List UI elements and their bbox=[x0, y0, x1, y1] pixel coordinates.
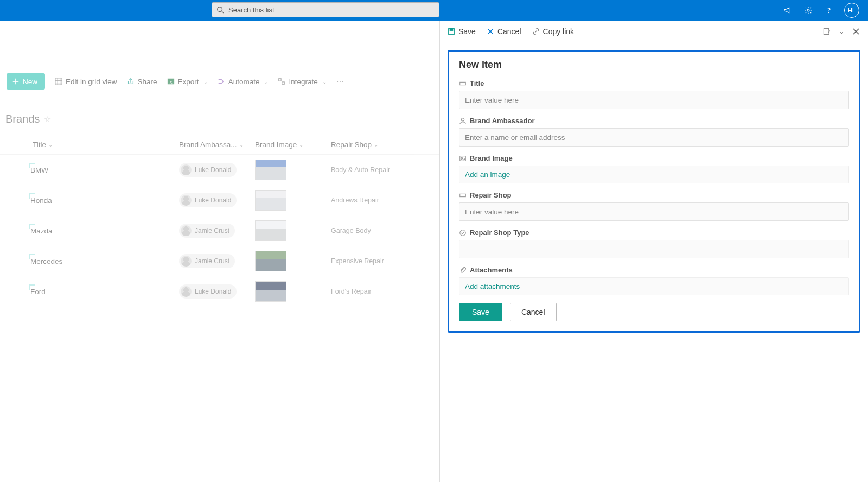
svg-rect-13 bbox=[279, 79, 281, 81]
form-buttons: Save Cancel bbox=[459, 303, 849, 321]
svg-point-2 bbox=[807, 9, 809, 11]
table-row[interactable]: Mercedes Jamie Crust Expensive Repair bbox=[0, 246, 439, 276]
new-button-label: New bbox=[23, 78, 37, 86]
svg-rect-6 bbox=[55, 78, 62, 85]
search-box[interactable]: Search this list bbox=[212, 2, 439, 17]
edit-grid-label: Edit in grid view bbox=[66, 78, 117, 86]
column-headers: Title ⌄ Brand Ambassa... ⌄ Brand Image ⌄… bbox=[0, 125, 439, 155]
export-button[interactable]: X Export ⌄ bbox=[167, 78, 208, 86]
person-chip[interactable]: Luke Donald bbox=[179, 284, 237, 299]
close-icon bbox=[487, 28, 494, 35]
column-header-image[interactable]: Brand Image ⌄ bbox=[255, 141, 331, 149]
close-panel-icon[interactable] bbox=[852, 27, 860, 36]
svg-rect-26 bbox=[460, 194, 466, 196]
cell-ambassador: Luke Donald bbox=[179, 193, 255, 208]
field-attachments: Attachments Add attachments bbox=[459, 266, 849, 295]
field-attachments-label: Attachments bbox=[470, 266, 513, 274]
text-field-icon bbox=[459, 80, 467, 87]
repair-shop-type-select[interactable]: — bbox=[459, 240, 849, 258]
field-ambassador: Brand Ambassador bbox=[459, 117, 849, 147]
field-shop-type-label: Repair Shop Type bbox=[470, 229, 529, 237]
cell-title: Mazda bbox=[30, 227, 179, 235]
share-label: Share bbox=[138, 78, 157, 86]
integrate-button[interactable]: Integrate ⌄ bbox=[278, 78, 326, 86]
cell-shop: Andrews Repair bbox=[331, 196, 439, 204]
cell-ambassador: Jamie Crust bbox=[179, 224, 255, 238]
automate-button[interactable]: Automate ⌄ bbox=[218, 78, 269, 86]
chevron-down-icon: ⌄ bbox=[203, 79, 208, 85]
automate-label: Automate bbox=[228, 78, 260, 86]
new-item-form: New item Title Brand Ambassador bbox=[448, 50, 860, 333]
avatar[interactable]: HL bbox=[844, 3, 859, 18]
cell-shop: Ford's Repair bbox=[331, 288, 439, 295]
svg-rect-16 bbox=[450, 28, 452, 30]
column-header-shop[interactable]: Repair Shop ⌄ bbox=[331, 141, 429, 149]
cell-shop: Body & Auto Repair bbox=[331, 166, 439, 174]
column-header-title[interactable]: Title ⌄ bbox=[33, 141, 179, 149]
favorite-star-icon[interactable]: ☆ bbox=[44, 115, 51, 124]
image-thumbnail[interactable] bbox=[255, 190, 286, 211]
cell-image bbox=[255, 251, 331, 271]
repair-shop-input[interactable] bbox=[459, 202, 849, 221]
chevron-down-icon: ⌄ bbox=[239, 142, 244, 148]
cell-image bbox=[255, 160, 331, 180]
search-icon bbox=[216, 6, 224, 14]
image-thumbnail[interactable] bbox=[255, 281, 286, 302]
cell-image bbox=[255, 190, 331, 211]
svg-point-3 bbox=[828, 12, 829, 12]
cell-ambassador: Luke Donald bbox=[179, 284, 255, 299]
field-shop-label: Repair Shop bbox=[470, 191, 512, 199]
person-chip[interactable]: Jamie Crust bbox=[179, 254, 235, 268]
share-button[interactable]: Share bbox=[127, 78, 157, 86]
person-chip[interactable]: Jamie Crust bbox=[179, 224, 235, 238]
table-row[interactable]: Ford Luke Donald Ford's Repair bbox=[0, 276, 439, 307]
table-row[interactable]: Mazda Jamie Crust Garage Body bbox=[0, 215, 439, 246]
cell-ambassador: Jamie Crust bbox=[179, 254, 255, 269]
form-edit-icon[interactable] bbox=[822, 27, 831, 36]
panel-cancel-button[interactable]: Cancel bbox=[487, 27, 521, 36]
table-row[interactable]: BMW Luke Donald Body & Auto Repair bbox=[0, 155, 439, 185]
svg-point-23 bbox=[461, 118, 464, 120]
main-list-area: New Edit in grid view Share bbox=[0, 21, 439, 482]
suite-right-controls: HL bbox=[782, 3, 863, 18]
ambassador-input[interactable] bbox=[459, 128, 849, 147]
edit-grid-button[interactable]: Edit in grid view bbox=[55, 78, 117, 86]
person-chip[interactable]: Luke Donald bbox=[179, 163, 237, 177]
add-attachments-link[interactable]: Add attachments bbox=[459, 277, 849, 295]
grid-icon bbox=[55, 78, 62, 85]
choice-icon bbox=[459, 229, 467, 237]
svg-line-1 bbox=[222, 11, 224, 14]
image-thumbnail[interactable] bbox=[255, 160, 286, 180]
new-button[interactable]: New bbox=[7, 73, 45, 90]
gear-icon[interactable] bbox=[803, 5, 814, 16]
megaphone-icon[interactable] bbox=[782, 5, 793, 16]
title-input[interactable] bbox=[459, 91, 849, 109]
table-row[interactable]: Honda Luke Donald Andrews Repair bbox=[0, 185, 439, 215]
field-image-label: Brand Image bbox=[470, 154, 513, 162]
panel-copylink-button[interactable]: Copy link bbox=[532, 27, 575, 36]
person-avatar bbox=[181, 256, 192, 267]
panel-save-button[interactable]: Save bbox=[448, 27, 476, 36]
chevron-down-icon: ⌄ bbox=[48, 142, 53, 148]
cell-title: Honda bbox=[30, 196, 179, 205]
field-title-label: Title bbox=[470, 79, 484, 87]
form-heading: New item bbox=[459, 59, 849, 71]
column-header-ambassador[interactable]: Brand Ambassa... ⌄ bbox=[179, 141, 255, 149]
person-chip[interactable]: Luke Donald bbox=[179, 193, 237, 207]
cancel-button[interactable]: Cancel bbox=[510, 303, 557, 321]
svg-text:X: X bbox=[169, 80, 173, 85]
image-thumbnail[interactable] bbox=[255, 251, 286, 271]
chevron-down-icon[interactable]: ⌄ bbox=[839, 28, 844, 35]
field-repair-shop: Repair Shop bbox=[459, 191, 849, 221]
image-thumbnail[interactable] bbox=[255, 220, 286, 241]
more-button[interactable]: ⋯ bbox=[336, 77, 344, 86]
help-icon[interactable] bbox=[824, 5, 834, 16]
list-title: Brands bbox=[5, 113, 40, 125]
save-button[interactable]: Save bbox=[459, 303, 502, 321]
person-avatar bbox=[181, 195, 192, 206]
integrate-label: Integrate bbox=[289, 78, 317, 86]
panel-copylink-label: Copy link bbox=[543, 27, 575, 36]
svg-rect-14 bbox=[282, 82, 284, 84]
suite-bar: Search this list HL bbox=[0, 0, 868, 21]
add-image-link[interactable]: Add an image bbox=[459, 166, 849, 183]
